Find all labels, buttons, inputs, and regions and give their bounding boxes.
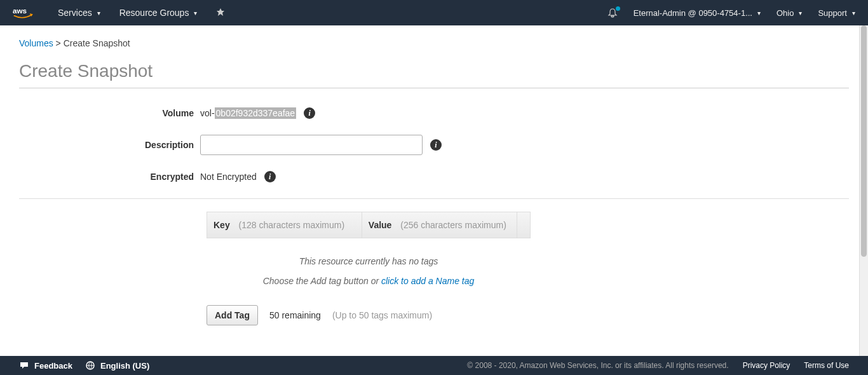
tags-remaining: 50 remaining (269, 310, 321, 320)
info-icon[interactable]: i (304, 107, 315, 119)
encrypted-label: Encrypted (19, 172, 200, 182)
encrypted-value: Not Encrypted (200, 172, 257, 182)
divider (19, 198, 849, 199)
caret-down-icon: ▾ (799, 10, 802, 17)
nav-region[interactable]: Ohio ▾ (776, 8, 802, 18)
tags-empty-message: This resource currently has no tags (207, 256, 531, 266)
info-icon[interactable]: i (430, 139, 442, 151)
nav-services-label: Services (58, 8, 92, 18)
tags-max-hint: (Up to 50 tags maximum) (332, 310, 432, 320)
breadcrumb-separator: > (56, 38, 61, 48)
breadcrumb-parent-link[interactable]: Volumes (19, 38, 53, 48)
breadcrumb-current: Create Snapshot (64, 38, 130, 48)
volume-label: Volume (19, 108, 200, 118)
nav-account-label: Eternal-Admin @ 0950-4754-1... (634, 8, 752, 18)
add-name-tag-link[interactable]: click to add a Name tag (381, 276, 474, 286)
notifications-icon[interactable] (607, 8, 618, 18)
svg-text:aws: aws (13, 6, 27, 15)
page-title: Create Snapshot (19, 61, 849, 88)
tags-key-hint: (128 characters maximum) (239, 220, 345, 230)
nav-resource-groups[interactable]: Resource Groups ▾ (119, 8, 198, 18)
caret-down-icon: ▾ (757, 10, 761, 17)
caret-down-icon: ▾ (194, 10, 197, 17)
top-nav: aws Services ▾ Resource Groups ▾ Eternal… (0, 0, 868, 25)
scrollbar-thumb[interactable] (861, 25, 867, 257)
tags-table-header: Key (128 characters maximum) Value (256 … (207, 212, 531, 238)
add-tag-button[interactable]: Add Tag (207, 305, 258, 325)
description-input[interactable] (200, 135, 423, 155)
notification-dot (616, 6, 620, 11)
caret-down-icon: ▾ (97, 10, 100, 17)
nav-account[interactable]: Eternal-Admin @ 0950-4754-1... ▾ (634, 8, 761, 18)
scrollbar[interactable] (859, 25, 868, 325)
nav-region-label: Ohio (776, 8, 794, 18)
volume-prefix: vol- (200, 108, 215, 118)
tags-value-header: Value (369, 220, 392, 230)
nav-services[interactable]: Services ▾ (58, 8, 100, 18)
nav-support-label: Support (818, 8, 847, 18)
tags-value-hint: (256 characters maximum) (400, 220, 506, 230)
tags-section: Key (128 characters maximum) Value (256 … (207, 212, 531, 325)
volume-id: 0b02f932d337eafae (215, 107, 297, 119)
caret-down-icon: ▾ (852, 10, 855, 17)
breadcrumb: Volumes > Create Snapshot (19, 38, 849, 48)
pin-icon[interactable] (216, 8, 225, 18)
nav-resource-groups-label: Resource Groups (119, 8, 189, 18)
aws-logo[interactable]: aws (13, 6, 36, 20)
nav-support[interactable]: Support ▾ (818, 8, 855, 18)
info-icon[interactable]: i (264, 171, 276, 182)
tags-choose-message: Choose the Add tag button or click to ad… (207, 276, 531, 286)
tags-key-header: Key (214, 220, 230, 230)
description-label: Description (19, 140, 200, 150)
